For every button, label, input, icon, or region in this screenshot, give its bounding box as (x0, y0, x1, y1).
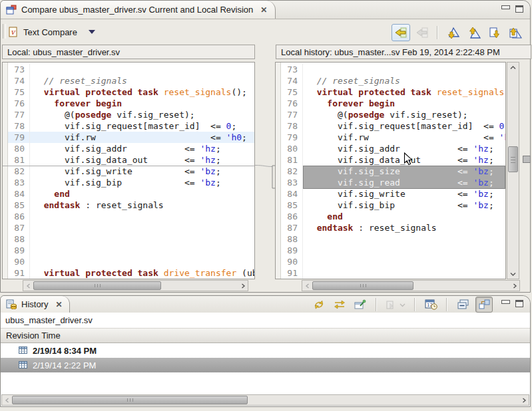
code-line[interactable]: 86 (8, 211, 254, 222)
history-row[interactable]: 2/19/14 8:34 PM (1, 343, 530, 358)
scrollbar-thumb[interactable] (312, 281, 413, 290)
minimize-icon[interactable] (501, 300, 510, 304)
toolbar-drag-handle[interactable] (3, 24, 6, 39)
scroll-right-icon[interactable] (238, 281, 248, 291)
compare-editor-tab[interactable]: Compare ubus_master_driver.sv Current an… (1, 1, 276, 19)
code-line[interactable]: 81 vif.sig_data_out <= 'hz; (281, 154, 505, 166)
overview-ruler[interactable] (521, 62, 531, 279)
compare-toolbar (392, 24, 523, 41)
previous-difference-button[interactable] (465, 25, 482, 41)
code-line[interactable]: 76 forever begin (8, 98, 254, 109)
code-line[interactable]: 90 (8, 256, 254, 267)
compare-mode-toggle-button[interactable] (475, 297, 493, 313)
next-difference-button[interactable] (444, 25, 461, 41)
line-number: 74 (8, 75, 30, 86)
code-text: @(posedge vif.sig_reset); (30, 109, 254, 120)
code-line[interactable]: 85 vif.sig_bip <= 'bz; (281, 200, 505, 211)
diff-overview-marker[interactable] (523, 156, 531, 163)
code-line[interactable]: 81 vif.sig_data_out <= 'hz; (8, 154, 254, 166)
history-row[interactable]: 2/19/14 2:22 PM (1, 358, 530, 372)
code-line[interactable]: 76 forever begin (281, 98, 505, 109)
scrollbar-thumb[interactable] (508, 146, 518, 172)
line-number: 75 (281, 86, 303, 98)
code-line[interactable]: 87 (8, 222, 254, 233)
minimize-icon[interactable] (501, 5, 510, 9)
scroll-right-icon[interactable] (509, 281, 519, 291)
scroll-left-icon[interactable] (302, 281, 312, 291)
code-text: // reset_signals (30, 75, 254, 86)
next-change-button[interactable] (485, 25, 503, 41)
code-line[interactable]: 79 vif.rw <= 'h0; (8, 132, 254, 143)
code-line[interactable]: 84 end (8, 188, 254, 200)
scrollbar-thumb[interactable] (33, 281, 161, 290)
close-icon[interactable]: ✕ (260, 6, 267, 14)
scroll-left-icon[interactable] (23, 281, 33, 291)
pin-view-button[interactable] (352, 297, 368, 312)
copy-all-right-to-left-button[interactable] (392, 24, 410, 41)
code-line[interactable]: 73 (281, 64, 505, 75)
code-line[interactable]: 73 (8, 64, 254, 75)
code-line[interactable]: 91 virtual protected task drive_transfer… (8, 267, 254, 279)
code-text: @(posedge vif.sig_reset); (303, 109, 505, 120)
history-tab[interactable]: History ✕ (1, 296, 70, 313)
code-pane-local[interactable]: 7374 // reset_signals75 virtual protecte… (2, 62, 255, 279)
history-horizontal-scrollbar[interactable] (1, 394, 529, 406)
maximize-icon[interactable] (515, 5, 523, 13)
chevron-down-icon[interactable] (89, 30, 95, 34)
copy-current-right-to-left-button[interactable] (413, 25, 431, 41)
code-line[interactable]: 84 vif.sig_write <= 'bz; (281, 188, 505, 200)
link-with-editor-button[interactable] (332, 297, 348, 312)
right-horizontal-scrollbar[interactable] (302, 280, 520, 291)
code-text: vif.sig_bip <= 'bz; (30, 177, 254, 188)
code-text (30, 222, 254, 233)
code-line[interactable]: 89 (8, 245, 254, 256)
code-line[interactable]: 91 (281, 267, 505, 279)
right-vertical-scrollbar[interactable] (507, 62, 519, 279)
code-line[interactable]: 80 vif.sig_addr <= 'hz; (8, 143, 254, 154)
code-line[interactable]: 74 // reset_signals (8, 75, 254, 86)
group-by-date-button[interactable]: 12 (423, 297, 439, 312)
revision-time-column-header[interactable]: Revision Time (1, 329, 530, 343)
code-line[interactable]: 85 endtask : reset_signals (8, 200, 254, 211)
code-line[interactable]: 82 vif.sig_size <= 'bz; (281, 166, 505, 177)
code-line[interactable]: 78 vif.sig_request[master_id] <= 0; (8, 120, 254, 132)
previous-change-button[interactable] (506, 25, 523, 41)
code-line[interactable]: 80 vif.sig_addr <= 'hz; (281, 143, 505, 154)
scroll-up-icon[interactable] (507, 63, 519, 72)
code-line[interactable]: 83 vif.sig_read <= 'bz; (281, 177, 505, 188)
scroll-right-icon[interactable] (519, 395, 529, 405)
line-number: 80 (281, 143, 303, 154)
line-number: 87 (281, 222, 303, 233)
code-text: vif.sig_write <= 'bz; (303, 188, 505, 200)
line-number: 89 (281, 245, 303, 256)
code-line[interactable]: 90 (281, 256, 505, 267)
code-line[interactable]: 77 @(posedge vif.sig_reset); (8, 109, 254, 120)
code-line[interactable]: 88 (281, 233, 505, 245)
code-line[interactable]: 74 // reset_signals (281, 75, 505, 86)
code-line[interactable]: 89 (281, 245, 505, 256)
refresh-button[interactable] (311, 297, 327, 312)
code-line[interactable]: 83 vif.sig_bip <= 'bz; (8, 177, 254, 188)
collapse-all-button[interactable] (455, 297, 471, 312)
compare-mode-selector[interactable]: v Text Compare (9, 24, 95, 40)
code-pane-history[interactable]: 7374 // reset_signals75 virtual protecte… (275, 62, 506, 279)
close-icon[interactable]: ✕ (55, 301, 62, 309)
scrollbar-thumb[interactable] (12, 396, 248, 404)
maximize-icon[interactable] (515, 300, 523, 307)
left-horizontal-scrollbar[interactable] (23, 280, 248, 291)
code-line[interactable]: 75 virtual protected task reset_signals(… (8, 86, 254, 98)
code-text: vif.sig_addr <= 'hz; (30, 143, 254, 154)
scroll-down-icon[interactable] (507, 269, 519, 279)
code-line[interactable]: 88 (8, 233, 254, 245)
code-line[interactable]: 78 vif.sig_request[master_id] <= 0; (281, 120, 505, 132)
code-line[interactable]: 82 vif.sig_write <= 'bz; (8, 166, 254, 177)
line-number: 79 (8, 132, 30, 143)
compare-with-button[interactable] (384, 297, 407, 312)
code-line[interactable]: 86 end (281, 211, 505, 222)
scroll-left-icon[interactable] (2, 395, 12, 405)
code-line[interactable]: 77 @(posedge vif.sig_reset); (281, 109, 505, 120)
code-line[interactable]: 87 endtask : reset_signals (281, 222, 505, 233)
line-number: 88 (281, 233, 303, 245)
code-line[interactable]: 75 virtual protected task reset_signals(… (281, 86, 505, 98)
code-line[interactable]: 79 vif.rw <= 'h0; (281, 132, 505, 143)
